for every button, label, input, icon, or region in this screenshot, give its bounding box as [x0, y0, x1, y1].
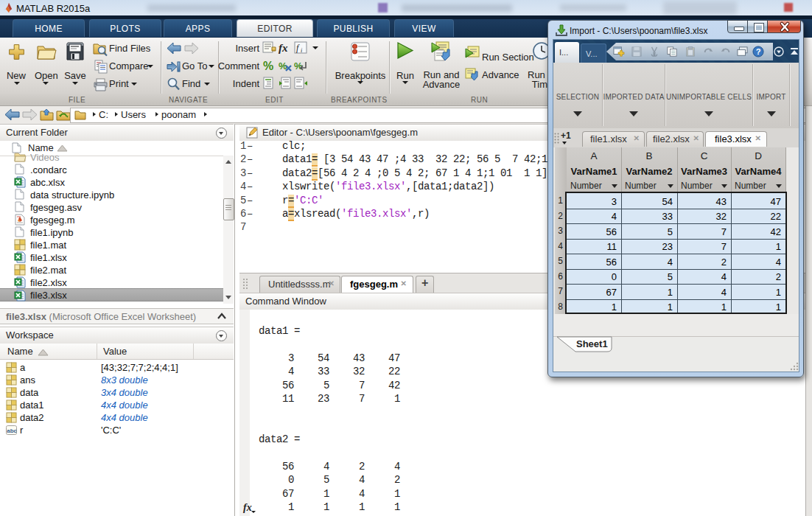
svg-text:Sheet1: Sheet1: [576, 338, 608, 349]
svg-text:?: ?: [756, 47, 761, 56]
svg-text:%: %: [294, 60, 303, 72]
svg-text:abc: abc: [7, 428, 17, 434]
svg-text:i: i: [301, 47, 302, 54]
svg-text:fx: fx: [279, 42, 288, 54]
svg-text:%: %: [263, 60, 273, 72]
